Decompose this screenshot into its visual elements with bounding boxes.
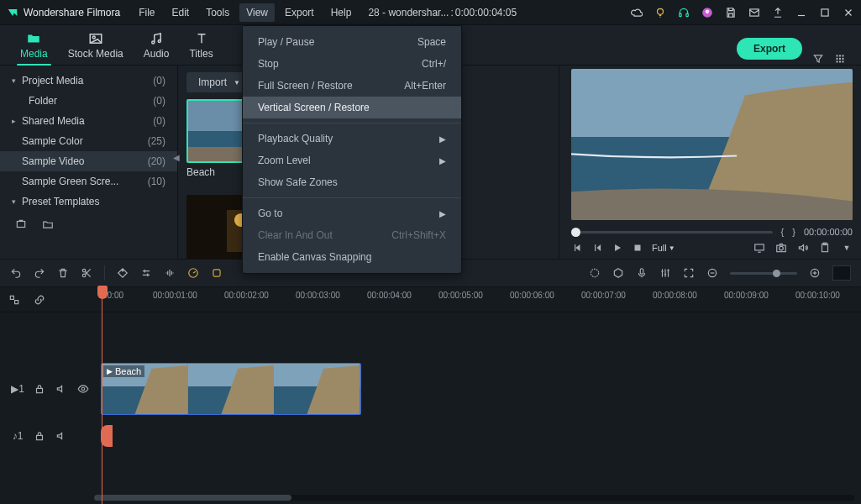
- clipboard-icon[interactable]: [819, 242, 831, 254]
- tick: 00:00:06:00: [510, 291, 554, 300]
- timeline-scrollbar[interactable]: [94, 495, 854, 501]
- zoom-knob[interactable]: [773, 270, 780, 277]
- quality-dropdown[interactable]: Full▼: [652, 243, 675, 253]
- tab-media[interactable]: Media: [10, 26, 58, 65]
- timeline-clip-beach[interactable]: ▶Beach: [101, 363, 361, 415]
- sidebar-sample-video[interactable]: Sample Video(20): [0, 151, 177, 171]
- zoom-slider[interactable]: [730, 272, 797, 275]
- display-settings-icon[interactable]: [753, 242, 765, 254]
- svg-rect-60: [37, 435, 43, 439]
- share-icon[interactable]: [772, 7, 784, 18]
- scrub-knob[interactable]: [571, 228, 580, 237]
- sidebar-sample-color[interactable]: Sample Color(25): [0, 131, 177, 151]
- stop-icon[interactable]: [632, 242, 643, 254]
- timeline-layers-icon[interactable]: [8, 294, 20, 306]
- menu-tools[interactable]: Tools: [199, 3, 236, 22]
- color-icon[interactable]: [211, 267, 223, 279]
- delete-icon[interactable]: [57, 267, 69, 279]
- maximize-icon[interactable]: [819, 7, 831, 18]
- audio-track-icon[interactable]: ♪1: [12, 430, 24, 442]
- cloud-icon[interactable]: [631, 7, 643, 18]
- mute-icon[interactable]: [55, 383, 67, 395]
- menu-canvas-snapping[interactable]: Enable Canvas Snapping: [243, 246, 461, 268]
- tick: 00:00:10:00: [795, 291, 840, 300]
- tick: 00:00:01:00: [153, 291, 197, 300]
- menu-play-pause[interactable]: Play / PauseSpace: [243, 31, 461, 53]
- menu-help[interactable]: Help: [324, 3, 359, 22]
- menu-zoom-level[interactable]: Zoom Level▶: [243, 150, 461, 171]
- sidebar-sample-green[interactable]: Sample Green Scre...(10): [0, 171, 177, 192]
- mixer-icon[interactable]: [659, 267, 671, 279]
- collapse-handle-icon[interactable]: ◀: [173, 153, 180, 162]
- split-icon[interactable]: [81, 267, 92, 279]
- mute-icon[interactable]: [55, 430, 67, 442]
- mark-in-icon[interactable]: {: [781, 227, 785, 237]
- sidebar-project-media[interactable]: ▾Project Media(0): [0, 71, 177, 91]
- bulb-icon[interactable]: [654, 7, 666, 18]
- eye-icon[interactable]: [77, 383, 89, 395]
- timeline-options-icon[interactable]: [832, 265, 851, 281]
- play-icon[interactable]: [612, 242, 623, 254]
- link-icon[interactable]: [34, 294, 45, 306]
- menu-edit[interactable]: Edit: [165, 3, 197, 22]
- voiceover-icon[interactable]: [636, 267, 648, 279]
- tab-stock-media[interactable]: Stock Media: [58, 26, 134, 65]
- export-button[interactable]: Export: [737, 38, 802, 60]
- menu-vertical-screen[interactable]: Vertical Screen / Restore: [243, 97, 461, 118]
- menu-export-top[interactable]: Export: [278, 3, 321, 22]
- marker-icon[interactable]: [612, 267, 624, 279]
- chevron-down-icon[interactable]: ▼: [841, 242, 853, 254]
- scrub-track[interactable]: [571, 231, 773, 234]
- mail-icon[interactable]: [748, 7, 760, 18]
- menu-view[interactable]: View: [239, 3, 275, 22]
- video-track-icon[interactable]: ▶1: [12, 383, 24, 395]
- snapshot-icon[interactable]: [775, 242, 787, 254]
- menu-goto[interactable]: Go to▶: [243, 202, 461, 224]
- render-icon[interactable]: [589, 267, 601, 279]
- frame-back-icon[interactable]: [591, 242, 603, 254]
- close-icon[interactable]: [843, 7, 854, 18]
- adjust-icon[interactable]: [140, 267, 152, 279]
- speed-icon[interactable]: [187, 267, 199, 279]
- svg-point-4: [706, 9, 710, 13]
- menu-playback-quality[interactable]: Playback Quality▶: [243, 128, 461, 150]
- svg-point-0: [658, 8, 664, 14]
- zoom-in-icon[interactable]: [809, 267, 821, 279]
- menu-safe-zones[interactable]: Show Safe Zones: [243, 171, 461, 193]
- tag-icon[interactable]: [117, 267, 129, 279]
- sidebar-shared-media[interactable]: ▸Shared Media(0): [0, 111, 177, 131]
- project-info[interactable]: 28 - wondershar... : 0:00:00:04:05: [368, 7, 517, 18]
- audio-wave-icon[interactable]: [164, 267, 176, 279]
- grid-icon[interactable]: [834, 53, 846, 65]
- menu-file[interactable]: File: [132, 3, 161, 22]
- avatar-icon[interactable]: [701, 7, 713, 18]
- undo-icon[interactable]: [10, 267, 22, 279]
- sidebar-preset-templates[interactable]: ▾Preset Templates: [0, 192, 177, 212]
- preview-viewport[interactable]: [571, 69, 853, 220]
- filter-icon[interactable]: [812, 53, 824, 65]
- tab-audio[interactable]: Audio: [134, 26, 180, 65]
- new-bin-icon[interactable]: [15, 218, 27, 230]
- svg-rect-32: [635, 245, 641, 251]
- timeline-ruler[interactable]: 00:00 00:00:01:00 00:00:02:00 00:00:03:0…: [0, 287, 861, 312]
- new-folder-icon[interactable]: [42, 218, 54, 230]
- headset-icon[interactable]: [678, 7, 690, 18]
- tab-titles[interactable]: Titles: [179, 26, 223, 65]
- lock-icon[interactable]: [34, 383, 45, 395]
- menu-stop[interactable]: StopCtrl+/: [243, 53, 461, 75]
- timeline-scroll-thumb[interactable]: [94, 495, 291, 501]
- svg-point-14: [836, 55, 837, 56]
- save-icon[interactable]: [725, 7, 737, 18]
- mark-out-icon[interactable]: }: [792, 227, 795, 237]
- svg-rect-7: [822, 8, 828, 15]
- minimize-icon[interactable]: [795, 7, 807, 18]
- step-back-icon[interactable]: [571, 242, 583, 254]
- fit-icon[interactable]: [683, 267, 695, 279]
- audio-marker[interactable]: [101, 425, 113, 447]
- volume-icon[interactable]: [797, 242, 809, 254]
- sidebar-folder[interactable]: Folder(0): [0, 91, 177, 111]
- menu-fullscreen[interactable]: Full Screen / RestoreAlt+Enter: [243, 75, 461, 97]
- redo-icon[interactable]: [34, 267, 45, 279]
- zoom-out-icon[interactable]: [706, 267, 718, 279]
- lock-icon[interactable]: [34, 430, 45, 442]
